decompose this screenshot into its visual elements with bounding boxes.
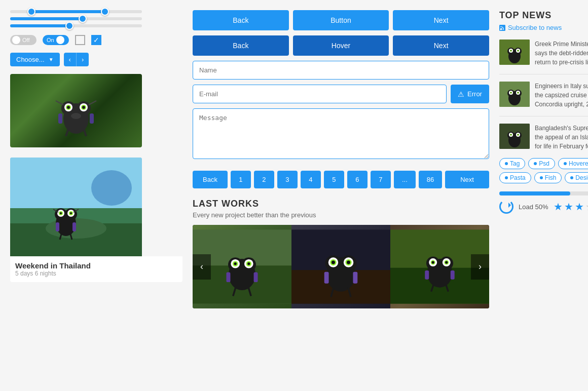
button-button[interactable]: Button	[293, 10, 389, 30]
svg-point-93	[518, 50, 519, 51]
tag-psd[interactable]: Psd	[528, 158, 555, 169]
svg-rect-34	[72, 222, 76, 231]
star-2[interactable]: ★	[564, 201, 573, 213]
page-1-button[interactable]: 1	[231, 171, 251, 188]
svg-point-102	[510, 92, 511, 93]
page-7-button[interactable]: 7	[371, 171, 391, 188]
stars-row: ★ ★ ★ ★ ★	[554, 201, 588, 213]
svg-point-76	[432, 261, 434, 263]
page-3-button[interactable]: 3	[277, 171, 298, 188]
toggle-on-label: On	[47, 37, 54, 43]
subscribe-link[interactable]: Subscribe to news	[499, 24, 588, 31]
message-textarea[interactable]	[193, 108, 489, 159]
refresh-icon[interactable]	[499, 200, 513, 214]
tag-tag[interactable]: Tag	[499, 158, 525, 169]
top-news-title: TOP NEWS	[499, 10, 588, 21]
buttons-row-1: Back Button Next	[193, 10, 489, 30]
svg-point-30	[70, 212, 72, 214]
svg-point-29	[60, 212, 62, 214]
project-subtitle: 5 days 6 nights	[15, 270, 177, 277]
tag-design[interactable]: Design	[565, 172, 588, 183]
slider-2[interactable]	[10, 17, 182, 20]
svg-rect-49	[254, 272, 258, 282]
back-button-1[interactable]: Back	[193, 10, 289, 30]
error-label: Error	[467, 90, 482, 98]
svg-rect-63	[324, 272, 329, 284]
page-5-button[interactable]: 5	[324, 171, 344, 188]
nav-prev-button[interactable]: ‹	[64, 53, 76, 66]
last-works-subtitle: Every new project better than the previo…	[193, 211, 489, 219]
warning-icon: ⚠	[458, 90, 464, 98]
svg-rect-15	[90, 113, 94, 124]
email-input[interactable]	[193, 85, 447, 103]
gallery-next-button[interactable]: ›	[471, 254, 489, 280]
last-works-section: LAST WORKS Every new project better than…	[193, 199, 489, 308]
tags-row: Tag Psd Hovered Layered Pasta Fish Desig…	[499, 158, 588, 183]
news-thumb-3	[499, 124, 530, 149]
news-divider-2	[499, 116, 588, 116]
tag-fish[interactable]: Fish	[534, 172, 562, 183]
toggle-off[interactable]: Off	[10, 35, 36, 45]
hover-button[interactable]: Hover	[293, 35, 389, 56]
page-6-button[interactable]: 6	[347, 171, 368, 188]
rss-icon	[499, 25, 505, 31]
svg-rect-64	[353, 272, 357, 284]
star-3[interactable]: ★	[575, 201, 584, 213]
slider-3[interactable]	[10, 24, 182, 27]
toggle-off-label: Off	[22, 37, 29, 43]
pagination-back-button[interactable]: Back	[193, 171, 228, 188]
tag-pasta[interactable]: Pasta	[499, 172, 531, 183]
dropdown-select[interactable]: Choose... ▼	[10, 53, 60, 66]
slider-1[interactable]	[10, 10, 182, 13]
news-text-3: Bangladesh's Supreme Court rejects the a…	[535, 124, 588, 151]
project-info: Weekend in Thailand 5 days 6 nights	[10, 256, 182, 282]
svg-point-113	[518, 134, 519, 135]
works-gallery: ‹	[193, 225, 489, 308]
next-button-2[interactable]: Next	[393, 35, 489, 56]
svg-point-46	[234, 262, 237, 265]
svg-point-18	[91, 170, 132, 206]
project-card: Weekend in Thailand 5 days 6 nights	[10, 158, 182, 282]
svg-point-47	[247, 262, 250, 265]
svg-line-9	[56, 101, 63, 105]
svg-line-10	[89, 101, 96, 105]
tag-hovered[interactable]: Hovered	[558, 158, 588, 169]
svg-point-61	[332, 261, 335, 264]
error-badge: ⚠ Error	[451, 85, 489, 103]
news-divider-1	[499, 74, 588, 74]
star-4[interactable]: ★	[585, 201, 588, 213]
checkbox-checked[interactable]: ✓	[91, 35, 101, 45]
works-image-2	[291, 225, 390, 308]
svg-rect-33	[56, 222, 59, 231]
tag-dot	[564, 162, 567, 165]
page-86-button[interactable]: 86	[419, 171, 442, 188]
name-input[interactable]	[193, 61, 489, 80]
page-ellipsis-button[interactable]: ...	[394, 171, 416, 188]
form-section: ⚠ Error	[193, 61, 489, 161]
gallery-prev-button[interactable]: ‹	[193, 254, 211, 280]
nav-next-button[interactable]: ›	[76, 53, 89, 66]
load-text: Load 50%	[519, 203, 548, 211]
page-2-button[interactable]: 2	[254, 171, 274, 188]
svg-point-83	[500, 28, 501, 30]
sliders-section	[10, 10, 182, 27]
svg-rect-48	[226, 272, 230, 282]
tag-dot	[505, 162, 508, 165]
tag-dot	[505, 176, 508, 179]
news-text-2: Engineers in Italy succeed in setting th…	[535, 82, 588, 109]
controls-row: Off On ✓	[10, 35, 182, 45]
star-1[interactable]: ★	[554, 201, 563, 213]
svg-point-77	[445, 261, 448, 263]
dropdown-label: Choose...	[16, 56, 45, 63]
email-row: ⚠ Error	[193, 85, 489, 103]
tag-dot	[570, 176, 573, 179]
toggle-on[interactable]: On	[43, 35, 69, 45]
page-4-button[interactable]: 4	[301, 171, 321, 188]
back-button-2[interactable]: Back	[193, 35, 289, 56]
pagination-next-button[interactable]: Next	[445, 171, 489, 188]
svg-line-13	[84, 129, 86, 136]
checkbox-unchecked[interactable]	[75, 35, 85, 45]
svg-point-8	[82, 106, 85, 109]
svg-rect-79	[451, 270, 455, 280]
next-button-1[interactable]: Next	[393, 10, 489, 30]
